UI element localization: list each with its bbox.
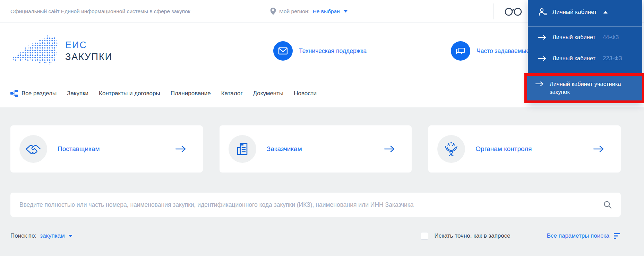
menu-item-suffix: 44-ФЗ — [603, 34, 619, 41]
nav-item-label: Закупки — [67, 90, 88, 97]
role-cards: Поставщикам Заказчикам — [10, 125, 621, 173]
logo-text: ЕИС ЗАКУПКИ — [65, 39, 112, 63]
arrow-right-icon — [175, 145, 186, 152]
nav-item-label: Каталог — [221, 90, 243, 97]
menu-item-label: Личный кабинет — [552, 34, 595, 41]
exact-search-checkbox[interactable] — [421, 232, 428, 240]
nav-item-label: Документы — [253, 90, 284, 97]
scope-label: Поиск по: — [10, 232, 36, 239]
russia-dotted-map-icon — [12, 35, 58, 67]
arrow-right-icon — [384, 145, 395, 152]
scope-value: закупкам — [40, 232, 65, 239]
account-button-label: Личный кабинет — [552, 9, 597, 16]
arrow-right-icon — [535, 81, 544, 86]
search-icon[interactable] — [603, 201, 612, 209]
menu-item-44fz[interactable]: Личный кабинет 44-ФЗ — [528, 27, 642, 48]
search-box — [10, 193, 621, 217]
exact-search-label: Искать точно, как в запросе — [434, 232, 510, 239]
chevron-down-icon — [68, 235, 72, 237]
card-label: Поставщикам — [58, 145, 175, 153]
all-search-params-link[interactable]: Все параметры поиска — [547, 232, 621, 239]
nav-item-planning[interactable]: Планирование — [171, 90, 211, 97]
nav-item-label: Новости — [294, 90, 317, 97]
menu-item-label: Личный кабинет участника закупок — [550, 80, 638, 96]
logo-line2: ЗАКУПКИ — [65, 51, 112, 63]
nav-item-catalog[interactable]: Каталог — [221, 90, 243, 97]
nav-item-label: Контракты и договоры — [99, 90, 160, 97]
card-label: Органам контроля — [475, 145, 593, 153]
nav-item-label: Планирование — [171, 90, 211, 97]
region-selector[interactable]: Мой регион: Не выбран — [271, 8, 348, 15]
red-annotation-box: Личный кабинет участника закупок — [524, 73, 644, 103]
tech-support-link[interactable]: Техническая поддержка — [273, 41, 367, 61]
user-icon — [538, 8, 547, 17]
chevron-up-icon — [603, 11, 608, 14]
logo-line1: ЕИС — [65, 39, 112, 51]
eis-logo[interactable]: ЕИС ЗАКУПКИ — [12, 35, 112, 67]
region-value[interactable]: Не выбран — [313, 8, 340, 15]
vertical-divider — [493, 3, 493, 19]
arrow-right-icon — [538, 56, 547, 61]
account-dropdown: Личный кабинет 44-ФЗ Личный кабинет 223-… — [528, 27, 642, 103]
location-pin-icon — [271, 8, 276, 15]
exact-search-group: Искать точно, как в запросе — [421, 232, 510, 240]
main-content: Поставщикам Заказчикам — [0, 107, 644, 256]
search-options-row: Поиск по: закупкам Искать точно, как в з… — [10, 232, 621, 240]
search-scope: Поиск по: закупкам — [10, 232, 72, 239]
region-label: Мой регион: — [279, 8, 310, 15]
sitemap-icon — [10, 90, 18, 97]
card-customers[interactable]: Заказчикам — [220, 125, 412, 173]
nav-item-contracts[interactable]: Контракты и договоры — [99, 90, 160, 97]
card-label: Заказчикам — [267, 145, 384, 153]
accessibility-glasses-icon[interactable] — [504, 6, 523, 17]
card-suppliers[interactable]: Поставщикам — [10, 125, 203, 173]
all-params-label: Все параметры поиска — [547, 232, 609, 239]
arrow-right-icon — [538, 35, 547, 40]
nav-item-all-sections[interactable]: Все разделы — [10, 90, 57, 97]
menu-item-suffix: 223-ФЗ — [603, 55, 622, 62]
tech-support-label: Техническая поддержка — [299, 47, 367, 55]
account-panel: Личный кабинет Личный кабинет 44-ФЗ Личн… — [528, 0, 642, 103]
chevron-down-icon — [344, 10, 348, 12]
site-title: Официальный сайт Единой информационной с… — [10, 8, 190, 15]
topbar-right — [493, 3, 523, 19]
filter-sort-icon — [614, 233, 621, 239]
envelope-icon — [273, 41, 293, 61]
arrow-right-icon — [593, 145, 604, 152]
menu-item-223fz[interactable]: Личный кабинет 223-ФЗ — [528, 48, 642, 69]
card-control-bodies[interactable]: Органам контроля — [428, 125, 621, 173]
account-button[interactable]: Личный кабинет — [528, 0, 642, 27]
menu-item-label: Личный кабинет — [552, 55, 595, 62]
handshake-icon — [19, 135, 47, 163]
building-icon — [229, 135, 256, 163]
double-eagle-icon — [437, 135, 465, 163]
nav-item-news[interactable]: Новости — [294, 90, 317, 97]
search-input[interactable] — [19, 201, 603, 209]
menu-item-participant-cabinet[interactable]: Личный кабинет участника закупок — [527, 76, 642, 100]
nav-item-label: Все разделы — [22, 90, 57, 97]
scope-dropdown[interactable]: закупкам — [40, 232, 72, 239]
nav-item-documents[interactable]: Документы — [253, 90, 284, 97]
nav-item-purchases[interactable]: Закупки — [67, 90, 88, 97]
faq-chat-icon — [451, 41, 470, 61]
